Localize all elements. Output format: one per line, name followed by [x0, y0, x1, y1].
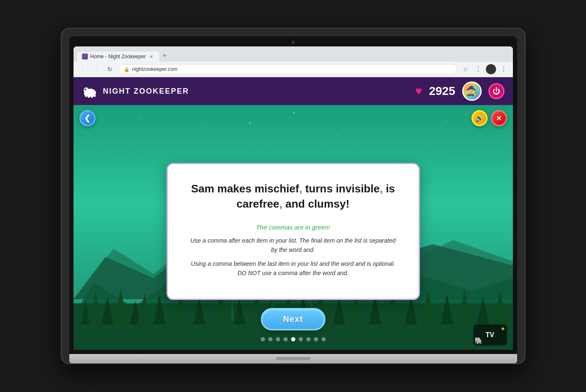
lock-icon: 🔒 — [124, 67, 130, 72]
svg-marker-12 — [89, 291, 101, 324]
browser-actions: ☆ ⋮ ⋮ — [461, 64, 509, 74]
close-icon: ✕ — [496, 114, 502, 122]
laptop-base — [69, 354, 517, 363]
logo-area: NIGHT ZOOKEEPER — [82, 83, 189, 100]
elephant-logo-icon — [82, 83, 99, 100]
app-container: NIGHT ZOOKEEPER ♥ 2925 🧙 ⏻ — [74, 77, 513, 350]
top-right-buttons: 🔊 ✕ — [472, 110, 507, 126]
comma-1: , — [299, 182, 302, 195]
logo-text: NIGHT ZOOKEEPER — [103, 87, 189, 96]
svg-marker-35 — [477, 297, 488, 324]
forward-nav-button[interactable]: › — [91, 64, 101, 74]
progress-dot-5-active — [291, 337, 295, 341]
app-header: NIGHT ZOOKEEPER ♥ 2925 🧙 ⏻ — [74, 77, 513, 105]
svg-marker-21 — [233, 299, 245, 324]
heart-icon: ♥ — [415, 84, 422, 98]
progress-dots — [261, 337, 326, 341]
extensions-button[interactable]: ⋮ — [473, 64, 483, 74]
next-button[interactable]: Next — [261, 308, 325, 330]
card-green-subtext: The commas are in green! — [189, 224, 398, 231]
nztv-star-icon: ★ — [501, 326, 505, 332]
svg-marker-11 — [81, 299, 89, 324]
comma-2: , — [380, 182, 383, 195]
tab-close-button[interactable]: ✕ — [148, 54, 154, 59]
svg-marker-14 — [113, 289, 128, 324]
progress-dot-8 — [314, 337, 318, 341]
user-avatar[interactable]: 🧙 — [462, 81, 482, 101]
svg-marker-17 — [153, 295, 165, 324]
content-card: Sam makes mischief, turns invisible, is … — [166, 163, 420, 300]
audio-icon: 🔊 — [475, 114, 484, 122]
nztv-text: TV — [485, 331, 494, 339]
svg-point-5 — [87, 95, 90, 98]
svg-point-7 — [93, 94, 95, 97]
svg-marker-13 — [101, 297, 113, 324]
card-instruction-2: Using a comma between the last item in y… — [189, 259, 398, 278]
progress-dot-3 — [276, 337, 280, 341]
laptop-frame: Home - Night Zookeeper ✕ + ‹ › ↻ 🔒 night… — [61, 28, 526, 364]
svg-marker-16 — [137, 293, 152, 324]
close-button[interactable]: ✕ — [491, 110, 507, 126]
game-area: ❮ 🔊 ✕ Sam makes mischief — [74, 105, 513, 350]
audio-button[interactable]: 🔊 — [472, 110, 488, 126]
svg-marker-31 — [405, 296, 417, 324]
browser-toolbar: ‹ › ↻ 🔒 nightzookeeper.com ☆ ⋮ ⋮ — [74, 62, 513, 77]
progress-dot-9 — [322, 337, 326, 341]
svg-marker-19 — [193, 297, 205, 324]
progress-dot-2 — [268, 337, 273, 341]
progress-dot-7 — [306, 337, 311, 341]
comma-3: , — [279, 197, 282, 210]
refresh-nav-button[interactable]: ↻ — [105, 64, 115, 74]
nztv-logo: 🐘 TV ★ — [473, 324, 507, 346]
svg-point-6 — [91, 95, 93, 98]
back-nav-button[interactable]: ‹ — [78, 64, 88, 74]
header-right: ♥ 2925 🧙 ⏻ — [415, 81, 504, 101]
profile-button[interactable] — [486, 64, 496, 74]
menu-button[interactable]: ⋮ — [499, 64, 509, 74]
nztv-elephant-icon: 🐘 — [474, 337, 483, 345]
url-text: nightzookeeper.com — [132, 66, 177, 72]
address-bar[interactable]: 🔒 nightzookeeper.com — [118, 64, 457, 74]
progress-dot-4 — [283, 337, 288, 341]
nztv-logo-inner: 🐘 TV ★ — [473, 324, 507, 346]
progress-dot-6 — [299, 337, 303, 341]
svg-marker-33 — [441, 294, 452, 324]
card-heading: Sam makes mischief, turns invisible, is … — [189, 181, 398, 212]
tab-favicon — [82, 54, 88, 59]
score-display: 2925 — [429, 84, 455, 98]
tab-title: Home - Night Zookeeper — [90, 54, 146, 59]
new-tab-button[interactable]: + — [159, 50, 170, 62]
browser-tab-bar: Home - Night Zookeeper ✕ + — [74, 46, 513, 62]
power-icon: ⏻ — [493, 87, 500, 96]
back-arrow-icon: ❮ — [84, 114, 90, 123]
svg-marker-27 — [333, 297, 345, 324]
screen-bezel: Home - Night Zookeeper ✕ + ‹ › ↻ 🔒 night… — [69, 36, 517, 354]
card-instruction-1: Use a comma after each item in your list… — [189, 236, 398, 255]
svg-marker-32 — [421, 291, 435, 324]
svg-point-4 — [85, 94, 87, 97]
laptop-notch — [276, 357, 310, 360]
svg-marker-34 — [457, 289, 471, 324]
progress-dot-1 — [261, 337, 265, 341]
power-button[interactable]: ⏻ — [488, 83, 504, 99]
svg-marker-36 — [493, 292, 507, 324]
browser-window: Home - Night Zookeeper ✕ + ‹ › ↻ 🔒 night… — [74, 46, 513, 350]
back-button[interactable]: ❮ — [79, 110, 95, 126]
active-tab[interactable]: Home - Night Zookeeper ✕ — [77, 51, 159, 62]
svg-point-3 — [84, 89, 86, 90]
bookmark-button[interactable]: ☆ — [461, 64, 471, 74]
